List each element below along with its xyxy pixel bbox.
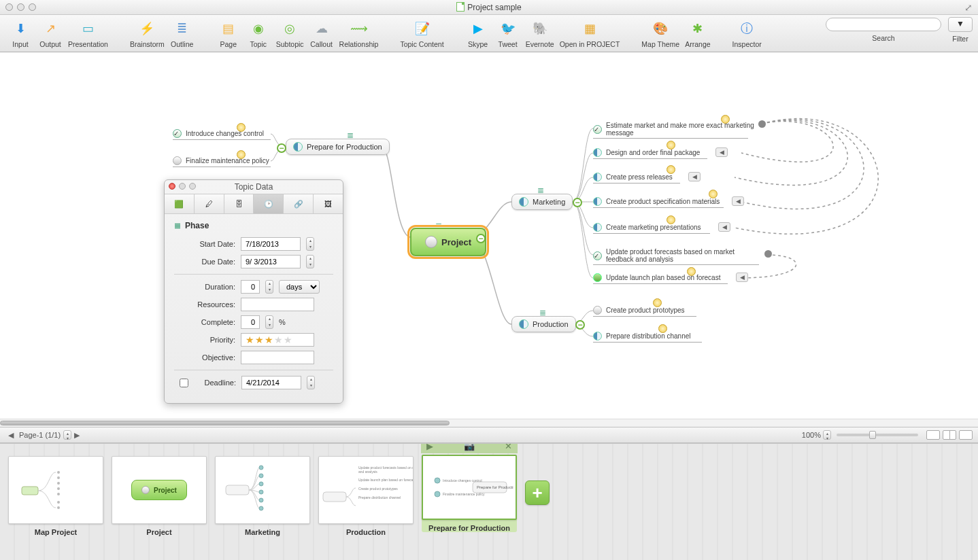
collapse-toggle[interactable]: − <box>277 143 286 153</box>
callout-button[interactable]: ☁Callout <box>307 17 337 48</box>
panel-tabs: 🟩 🖊 🗄 🕑 🔗 🖼 <box>165 194 343 214</box>
map-theme-button[interactable]: 🎨Map Theme <box>639 17 682 48</box>
subtopic[interactable]: ✓Update product forecasts based on marke… <box>593 248 756 263</box>
subtopic[interactable]: Update launch plan based on forecast <box>593 273 720 282</box>
slide-thumbnail[interactable]: Map Project <box>8 456 103 536</box>
status-circle-icon <box>593 148 602 157</box>
start-date-input[interactable] <box>241 237 301 251</box>
slide-close-icon[interactable]: ✕ <box>505 443 512 451</box>
status-bar: ◀ Page-1 (1/1) ▴▾ ▶ 100% ▴▾ <box>0 427 978 443</box>
output-button[interactable]: ↗Output <box>35 17 65 48</box>
view-mode-1[interactable] <box>926 430 940 440</box>
input-button[interactable]: ⬇Input <box>5 17 35 48</box>
slide-thumbnail[interactable]: Marketing <box>215 456 310 536</box>
panel-tab-5[interactable]: 🔗 <box>284 194 314 213</box>
search-input[interactable] <box>826 18 941 31</box>
minimize-window-button[interactable] <box>17 3 24 11</box>
slide-thumbnail[interactable]: Update product forecasts based on m...an… <box>318 456 414 536</box>
add-slide-button[interactable]: + <box>525 480 550 505</box>
svg-point-12 <box>259 490 263 494</box>
svg-point-1 <box>57 471 60 474</box>
topic-label: Prepare for Production <box>307 143 382 151</box>
subtopic[interactable]: Create product specification materials <box>593 197 720 206</box>
slide-play-icon[interactable]: ▶ <box>426 443 433 451</box>
subtopic[interactable]: ✓Estimate market and make more exact mar… <box>593 122 756 137</box>
subtopic[interactable]: Create marketing presentations <box>593 223 701 232</box>
panel-minimize-button[interactable] <box>179 183 186 190</box>
duration-stepper[interactable]: ▴▾ <box>265 280 273 294</box>
slide-camera-icon[interactable]: 📷 <box>464 443 475 451</box>
brainstorm-button[interactable]: ⚡Brainstorm <box>127 17 167 48</box>
skype-button[interactable]: ▶Skype <box>463 17 493 48</box>
svg-text:Prepare distribution channel: Prepare distribution channel <box>358 495 401 500</box>
subtopic[interactable]: Prepare distribution channel <box>593 332 691 340</box>
subtopic[interactable]: Create product prototypes <box>593 306 685 315</box>
panel-tab-2[interactable]: 🖊 <box>195 194 224 213</box>
page-prev-button[interactable]: ◀ <box>5 431 16 440</box>
page-stepper[interactable]: ▴▾ <box>63 430 71 440</box>
topic-content-button[interactable]: 📝Topic Content <box>397 17 446 48</box>
duration-label: Duration: <box>174 283 235 291</box>
deadline-stepper[interactable]: ▴▾ <box>307 376 315 389</box>
relationship-button[interactable]: ⟿Relationship <box>337 17 382 48</box>
fullscreen-icon[interactable]: ⤢ <box>964 2 973 13</box>
collapse-toggle[interactable]: − <box>575 320 585 330</box>
due-date-stepper[interactable]: ▴▾ <box>306 255 314 268</box>
duration-input[interactable] <box>241 280 260 294</box>
panel-tab-6[interactable]: 🖼 <box>314 194 343 213</box>
zoom-stepper[interactable]: ▴▾ <box>823 430 831 440</box>
slide-thumbnail-active[interactable]: ▶ 📷 ✕ Prepare for ProductionIntroduce ch… <box>422 456 517 532</box>
page-next-button[interactable]: ▶ <box>71 431 82 440</box>
inspector-button[interactable]: ⓘInspector <box>730 17 764 48</box>
subtopic[interactable]: ✓Introduce changes control <box>173 129 264 138</box>
subtopic[interactable]: Finalize maintenance policy <box>173 156 269 165</box>
zoom-window-button[interactable] <box>29 3 36 11</box>
arrange-button[interactable]: ✱Arrange <box>682 17 713 48</box>
topic-prepare-production[interactable]: Prepare for Production <box>286 139 390 155</box>
duration-unit-select[interactable]: days <box>279 280 320 294</box>
view-mode-3[interactable] <box>959 430 973 440</box>
panel-zoom-button[interactable] <box>189 183 196 190</box>
panel-tab-phase[interactable]: 🕑 <box>254 194 284 213</box>
subtopic[interactable]: Design and order final package <box>593 148 700 157</box>
page-button[interactable]: ▤Page <box>214 17 243 48</box>
svg-point-6 <box>57 501 60 504</box>
svg-point-4 <box>57 487 60 490</box>
close-window-button[interactable] <box>5 3 13 11</box>
filter-button[interactable]: ▲ <box>948 17 973 32</box>
topic-production[interactable]: Production <box>511 316 576 332</box>
evernote-button[interactable]: 🐘Evernote <box>523 17 557 48</box>
svg-point-3 <box>57 482 60 485</box>
open-in-project-button[interactable]: ▦Open in PROJECT <box>557 17 623 48</box>
deadline-input[interactable] <box>241 376 301 389</box>
objective-input[interactable] <box>241 351 314 364</box>
view-mode-2[interactable] <box>943 430 956 440</box>
mindmap-canvas[interactable]: ≣ Project − ≣ Prepare for Production − ✓… <box>0 52 978 427</box>
start-date-stepper[interactable]: ▴▾ <box>306 237 314 251</box>
due-date-input[interactable] <box>241 255 301 268</box>
tweet-button[interactable]: 🐦Tweet <box>493 17 523 48</box>
central-topic[interactable]: Project <box>410 228 486 256</box>
priority-stars[interactable]: ★ ★ ★ ★ ★ <box>241 333 314 347</box>
horizontal-scrollbar[interactable] <box>0 419 978 427</box>
resources-input[interactable] <box>241 298 314 311</box>
slide-thumbnail[interactable]: Project Project <box>112 456 207 536</box>
svg-point-2 <box>57 476 60 479</box>
complete-input[interactable] <box>241 315 260 329</box>
panel-close-button[interactable] <box>169 183 175 190</box>
topic-button[interactable]: ◉Topic <box>243 17 273 48</box>
presentation-button[interactable]: ▭Presentation <box>65 17 111 48</box>
collapse-toggle[interactable]: − <box>573 198 582 207</box>
subtopic[interactable]: Create press releases <box>593 173 673 181</box>
topic-marketing[interactable]: Marketing <box>511 194 573 210</box>
deadline-checkbox[interactable] <box>180 379 188 387</box>
relationship-endpoint-icon <box>764 250 772 258</box>
panel-tab-3[interactable]: 🗄 <box>224 194 254 213</box>
document-icon <box>456 2 465 12</box>
collapse-toggle[interactable]: − <box>476 234 486 243</box>
subtopic-button[interactable]: ◎Subtopic <box>273 17 307 48</box>
complete-stepper[interactable]: ▴▾ <box>265 315 273 329</box>
panel-tab-1[interactable]: 🟩 <box>165 194 195 213</box>
outline-button[interactable]: ≣Outline <box>167 17 197 48</box>
zoom-slider[interactable] <box>837 434 918 436</box>
